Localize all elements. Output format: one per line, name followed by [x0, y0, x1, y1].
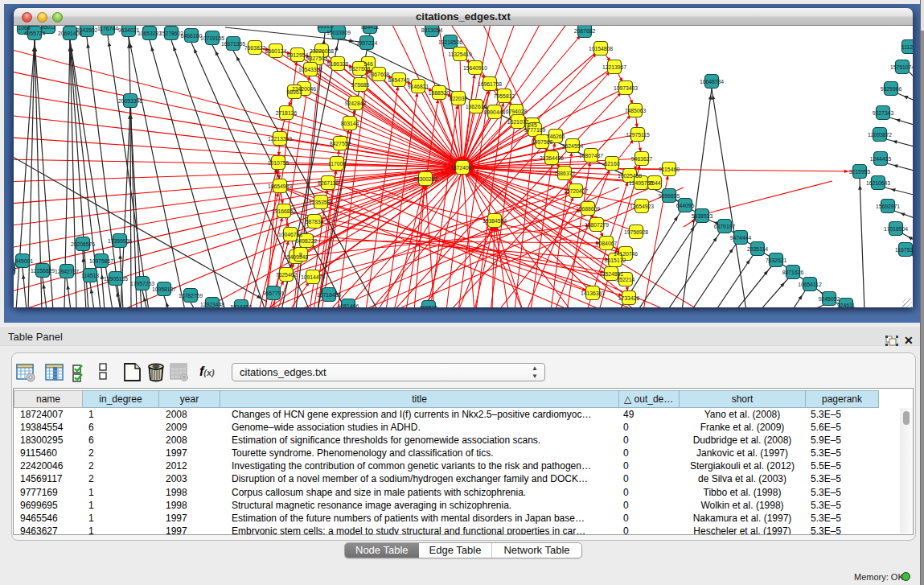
svg-text:12923448: 12923448	[200, 302, 224, 307]
svg-text:14120746: 14120746	[614, 251, 638, 257]
svg-text:252214: 252214	[617, 277, 635, 282]
svg-text:2718126: 2718126	[276, 110, 298, 116]
svg-text:9327508: 9327508	[349, 66, 371, 72]
svg-text:16648784: 16648784	[700, 79, 724, 84]
svg-text:11123: 11123	[901, 44, 913, 50]
svg-text:4055724: 4055724	[24, 31, 46, 36]
svg-text:20053346: 20053346	[118, 98, 142, 104]
svg-text:9777169: 9777169	[524, 127, 546, 133]
svg-text:7544: 7544	[648, 180, 660, 186]
svg-text:9115460: 9115460	[659, 167, 680, 172]
svg-text:1081466: 1081466	[338, 303, 359, 308]
svg-text:7485063: 7485063	[625, 108, 647, 113]
svg-text:1167536: 1167536	[895, 247, 913, 253]
svg-text:15409948: 15409948	[284, 254, 308, 260]
svg-text:19756928: 19756928	[624, 229, 648, 235]
svg-text:884411: 884411	[361, 26, 379, 30]
svg-text:98961: 98961	[287, 89, 302, 95]
svg-text:117006: 117006	[328, 161, 346, 167]
svg-text:5938923: 5938923	[692, 213, 713, 219]
svg-text:6879197: 6879197	[714, 224, 736, 229]
svg-text:15640910: 15640910	[463, 65, 487, 71]
svg-text:12213363: 12213363	[268, 136, 292, 142]
svg-text:8471626: 8471626	[782, 270, 804, 275]
svg-text:9474444: 9474444	[730, 235, 752, 241]
svg-text:8912954: 8912954	[287, 52, 309, 58]
svg-text:2087682: 2087682	[574, 28, 596, 34]
svg-text:2367608: 2367608	[368, 72, 390, 77]
svg-text:18807279: 18807279	[585, 222, 609, 228]
svg-text:10958137: 10958137	[152, 286, 176, 292]
svg-text:9498222: 9498222	[296, 238, 318, 244]
svg-text:1362615: 1362615	[466, 104, 487, 109]
svg-text:19166852: 19166852	[272, 208, 296, 214]
svg-text:6497568: 6497568	[532, 139, 553, 145]
svg-text:12905135: 12905135	[104, 276, 128, 282]
svg-text:114513: 114513	[81, 273, 99, 278]
svg-text:10688609: 10688609	[576, 206, 600, 212]
svg-text:3624554: 3624554	[562, 143, 584, 149]
svg-text:9: 9	[299, 252, 302, 257]
svg-text:12353594: 12353594	[309, 200, 333, 205]
svg-text:7663822: 7663822	[244, 45, 266, 51]
svg-text:924611: 924611	[837, 303, 855, 308]
svg-text:15751074: 15751074	[890, 64, 913, 70]
svg-text:8186328: 8186328	[327, 61, 349, 67]
svg-text:7632621: 7632621	[766, 257, 787, 263]
svg-text:7955812: 7955812	[494, 93, 515, 99]
svg-text:1176744: 1176744	[97, 26, 118, 31]
svg-text:9316852: 9316852	[231, 304, 253, 308]
svg-text:822037: 822037	[450, 96, 468, 101]
svg-text:10914479: 10914479	[301, 274, 325, 280]
svg-text:16671355: 16671355	[221, 41, 245, 47]
svg-text:17359936: 17359936	[108, 238, 132, 244]
svg-text:16033809: 16033809	[326, 30, 351, 35]
svg-text:19384554: 19384554	[483, 218, 507, 224]
svg-text:16210643: 16210643	[866, 180, 890, 186]
svg-text:62160: 62160	[605, 161, 620, 167]
svg-text:9227343: 9227343	[873, 110, 894, 116]
svg-text:19218506: 19218506	[438, 39, 462, 45]
svg-text:9699695: 9699695	[659, 193, 680, 199]
svg-text:13716485: 13716485	[317, 292, 341, 298]
svg-text:10973493: 10973493	[614, 85, 638, 91]
svg-text:15278602: 15278602	[159, 31, 183, 36]
svg-text:12213967: 12213967	[602, 64, 626, 70]
svg-text:18724007: 18724007	[450, 165, 474, 171]
svg-text:8990448: 8990448	[484, 109, 506, 115]
svg-text:10975857: 10975857	[89, 258, 113, 264]
svg-text:6794028: 6794028	[506, 109, 528, 114]
svg-text:12942737: 12942737	[55, 269, 79, 274]
svg-text:9657791: 9657791	[263, 290, 285, 296]
svg-text:8267110: 8267110	[318, 180, 339, 186]
svg-text:587834: 587834	[306, 219, 324, 225]
svg-text:21364436: 21364436	[540, 155, 564, 161]
svg-text:9242848: 9242848	[345, 101, 367, 106]
svg-text:803144: 803144	[341, 121, 359, 126]
svg-text:17957253: 17957253	[130, 281, 154, 286]
svg-text:1244415: 1244415	[870, 156, 892, 162]
svg-text:15692971: 15692971	[876, 204, 900, 209]
svg-text:10654112: 10654112	[798, 282, 822, 287]
svg-text:14136341: 14136341	[581, 290, 605, 296]
svg-text:1621072: 1621072	[507, 119, 529, 125]
svg-text:808526: 808526	[420, 305, 438, 308]
svg-text:10046788: 10046788	[278, 232, 302, 237]
svg-text:16961758: 16961758	[478, 81, 502, 87]
svg-text:39151: 39151	[14, 266, 16, 272]
svg-text:2935114: 2935114	[747, 246, 768, 252]
svg-text:746266: 746266	[547, 134, 565, 139]
svg-text:9329966: 9329966	[881, 86, 902, 92]
svg-text:20517: 20517	[318, 26, 333, 29]
svg-text:644095: 644095	[676, 203, 695, 208]
svg-text:10719155: 10719155	[200, 35, 224, 41]
svg-text:3957224: 3957224	[356, 40, 378, 46]
svg-text:10653287: 10653287	[138, 31, 162, 36]
svg-text:9634021: 9634021	[118, 27, 140, 33]
svg-text:1733426: 1733426	[618, 295, 640, 301]
svg-text:1445001: 1445001	[14, 258, 33, 264]
svg-text:7625402: 7625402	[276, 272, 298, 278]
svg-text:1010755: 1010755	[268, 160, 290, 166]
svg-text:20206576: 20206576	[71, 241, 95, 247]
svg-text:13654923: 13654923	[630, 204, 654, 209]
